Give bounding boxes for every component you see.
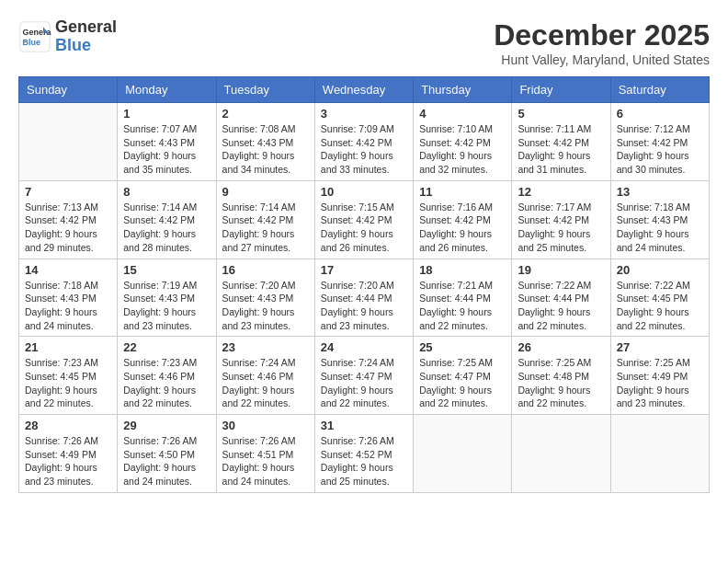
day-info: Sunrise: 7:08 AMSunset: 4:43 PMDaylight:… xyxy=(222,122,309,177)
day-number: 21 xyxy=(25,340,111,354)
calendar-col-sunday: Sunday xyxy=(19,77,118,103)
day-info: Sunrise: 7:24 AMSunset: 4:46 PMDaylight:… xyxy=(222,356,309,410)
calendar-cell: 17Sunrise: 7:20 AMSunset: 4:44 PMDayligh… xyxy=(314,259,413,337)
calendar-col-saturday: Saturday xyxy=(610,77,709,103)
page-header: General Blue General Blue December 2025 … xyxy=(18,18,710,67)
day-number: 1 xyxy=(123,107,210,121)
day-info: Sunrise: 7:10 AMSunset: 4:42 PMDaylight:… xyxy=(419,122,506,177)
calendar-cell: 31Sunrise: 7:26 AMSunset: 4:52 PMDayligh… xyxy=(314,415,413,493)
day-number: 4 xyxy=(419,107,506,121)
calendar-cell: 2Sunrise: 7:08 AMSunset: 4:43 PMDaylight… xyxy=(216,103,314,181)
calendar-cell: 28Sunrise: 7:26 AMSunset: 4:49 PMDayligh… xyxy=(19,415,118,493)
calendar-col-wednesday: Wednesday xyxy=(314,77,413,103)
day-info: Sunrise: 7:20 AMSunset: 4:43 PMDaylight:… xyxy=(222,279,309,333)
day-info: Sunrise: 7:13 AMSunset: 4:42 PMDaylight:… xyxy=(25,201,111,255)
calendar-header-row: SundayMondayTuesdayWednesdayThursdayFrid… xyxy=(19,77,710,103)
day-info: Sunrise: 7:14 AMSunset: 4:42 PMDaylight:… xyxy=(222,201,309,255)
calendar-cell: 4Sunrise: 7:10 AMSunset: 4:42 PMDaylight… xyxy=(414,103,512,181)
calendar-cell: 3Sunrise: 7:09 AMSunset: 4:42 PMDaylight… xyxy=(314,103,413,181)
day-info: Sunrise: 7:09 AMSunset: 4:42 PMDaylight:… xyxy=(321,122,407,177)
day-number: 18 xyxy=(419,263,506,277)
day-number: 27 xyxy=(617,340,703,354)
day-number: 8 xyxy=(123,185,210,199)
logo-general-text: General xyxy=(55,17,117,36)
day-info: Sunrise: 7:23 AMSunset: 4:46 PMDaylight:… xyxy=(123,356,210,410)
calendar-cell: 7Sunrise: 7:13 AMSunset: 4:42 PMDaylight… xyxy=(19,180,118,259)
calendar-cell: 16Sunrise: 7:20 AMSunset: 4:43 PMDayligh… xyxy=(216,259,314,337)
calendar-cell: 20Sunrise: 7:22 AMSunset: 4:45 PMDayligh… xyxy=(610,259,709,337)
svg-text:Blue: Blue xyxy=(23,38,41,47)
day-number: 28 xyxy=(25,419,111,432)
day-info: Sunrise: 7:26 AMSunset: 4:50 PMDaylight:… xyxy=(123,434,210,488)
calendar-week-5: 28Sunrise: 7:26 AMSunset: 4:49 PMDayligh… xyxy=(19,415,710,493)
calendar-col-thursday: Thursday xyxy=(414,77,512,103)
calendar-cell xyxy=(19,103,118,181)
day-number: 12 xyxy=(518,185,604,199)
day-info: Sunrise: 7:18 AMSunset: 4:43 PMDaylight:… xyxy=(25,279,111,333)
day-number: 31 xyxy=(321,419,407,432)
day-number: 15 xyxy=(123,263,210,277)
day-number: 26 xyxy=(518,340,604,354)
calendar-cell: 30Sunrise: 7:26 AMSunset: 4:51 PMDayligh… xyxy=(216,415,314,493)
day-info: Sunrise: 7:15 AMSunset: 4:42 PMDaylight:… xyxy=(321,201,407,255)
day-info: Sunrise: 7:18 AMSunset: 4:43 PMDaylight:… xyxy=(617,201,703,255)
day-info: Sunrise: 7:24 AMSunset: 4:47 PMDaylight:… xyxy=(321,356,407,410)
location: Hunt Valley, Maryland, United States xyxy=(494,52,710,67)
day-info: Sunrise: 7:21 AMSunset: 4:44 PMDaylight:… xyxy=(419,279,506,333)
calendar-cell: 22Sunrise: 7:23 AMSunset: 4:46 PMDayligh… xyxy=(118,337,216,415)
day-number: 2 xyxy=(222,107,309,121)
day-info: Sunrise: 7:22 AMSunset: 4:44 PMDaylight:… xyxy=(518,279,604,333)
day-number: 6 xyxy=(617,107,703,121)
calendar-cell: 19Sunrise: 7:22 AMSunset: 4:44 PMDayligh… xyxy=(512,259,610,337)
day-number: 25 xyxy=(419,340,506,354)
calendar-cell xyxy=(512,415,610,493)
day-number: 10 xyxy=(321,185,407,199)
day-info: Sunrise: 7:19 AMSunset: 4:43 PMDaylight:… xyxy=(123,279,210,333)
calendar-cell: 10Sunrise: 7:15 AMSunset: 4:42 PMDayligh… xyxy=(314,180,413,259)
day-info: Sunrise: 7:22 AMSunset: 4:45 PMDaylight:… xyxy=(617,279,703,333)
calendar-cell: 15Sunrise: 7:19 AMSunset: 4:43 PMDayligh… xyxy=(118,259,216,337)
calendar-cell: 27Sunrise: 7:25 AMSunset: 4:49 PMDayligh… xyxy=(610,337,709,415)
calendar-col-tuesday: Tuesday xyxy=(216,77,314,103)
calendar-cell: 23Sunrise: 7:24 AMSunset: 4:46 PMDayligh… xyxy=(216,337,314,415)
day-info: Sunrise: 7:25 AMSunset: 4:49 PMDaylight:… xyxy=(617,356,703,410)
calendar-cell: 5Sunrise: 7:11 AMSunset: 4:42 PMDaylight… xyxy=(512,103,610,181)
day-number: 30 xyxy=(222,419,309,432)
day-number: 22 xyxy=(123,340,210,354)
calendar-col-monday: Monday xyxy=(118,77,216,103)
calendar-col-friday: Friday xyxy=(512,77,610,103)
calendar-cell: 21Sunrise: 7:23 AMSunset: 4:45 PMDayligh… xyxy=(19,337,118,415)
day-number: 16 xyxy=(222,263,309,277)
month-title: December 2025 xyxy=(494,18,710,52)
calendar-cell: 25Sunrise: 7:25 AMSunset: 4:47 PMDayligh… xyxy=(414,337,512,415)
day-info: Sunrise: 7:14 AMSunset: 4:42 PMDaylight:… xyxy=(123,201,210,255)
calendar-cell: 18Sunrise: 7:21 AMSunset: 4:44 PMDayligh… xyxy=(414,259,512,337)
day-number: 20 xyxy=(617,263,703,277)
calendar-cell: 9Sunrise: 7:14 AMSunset: 4:42 PMDaylight… xyxy=(216,180,314,259)
day-number: 23 xyxy=(222,340,309,354)
logo-blue-text: Blue xyxy=(55,36,91,54)
day-number: 11 xyxy=(419,185,506,199)
day-info: Sunrise: 7:11 AMSunset: 4:42 PMDaylight:… xyxy=(518,122,604,177)
calendar-cell: 13Sunrise: 7:18 AMSunset: 4:43 PMDayligh… xyxy=(610,180,709,259)
logo-icon: General Blue xyxy=(18,20,51,53)
day-info: Sunrise: 7:20 AMSunset: 4:44 PMDaylight:… xyxy=(321,279,407,333)
day-number: 24 xyxy=(321,340,407,354)
calendar-cell: 8Sunrise: 7:14 AMSunset: 4:42 PMDaylight… xyxy=(118,180,216,259)
day-number: 5 xyxy=(518,107,604,121)
day-number: 14 xyxy=(25,263,111,277)
day-info: Sunrise: 7:17 AMSunset: 4:42 PMDaylight:… xyxy=(518,201,604,255)
title-block: December 2025 Hunt Valley, Maryland, Uni… xyxy=(494,18,710,67)
day-number: 17 xyxy=(321,263,407,277)
calendar-week-2: 7Sunrise: 7:13 AMSunset: 4:42 PMDaylight… xyxy=(19,180,710,259)
day-number: 3 xyxy=(321,107,407,121)
day-number: 7 xyxy=(25,185,111,199)
day-info: Sunrise: 7:26 AMSunset: 4:49 PMDaylight:… xyxy=(25,434,111,488)
day-number: 19 xyxy=(518,263,604,277)
day-info: Sunrise: 7:26 AMSunset: 4:52 PMDaylight:… xyxy=(321,434,407,488)
day-info: Sunrise: 7:23 AMSunset: 4:45 PMDaylight:… xyxy=(25,356,111,410)
calendar-cell: 11Sunrise: 7:16 AMSunset: 4:42 PMDayligh… xyxy=(414,180,512,259)
calendar-cell: 1Sunrise: 7:07 AMSunset: 4:43 PMDaylight… xyxy=(118,103,216,181)
day-info: Sunrise: 7:25 AMSunset: 4:47 PMDaylight:… xyxy=(419,356,506,410)
calendar-cell xyxy=(610,415,709,493)
